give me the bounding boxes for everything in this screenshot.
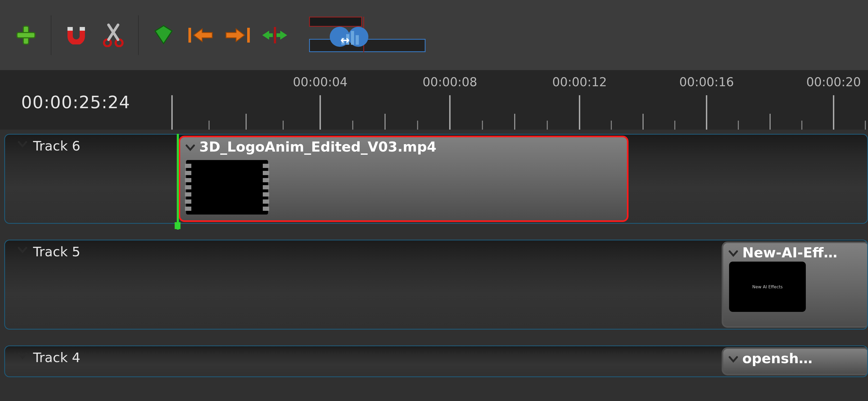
- clip-thumbnail-text: New AI Effects: [752, 285, 782, 289]
- toolbar-separator: [51, 15, 51, 55]
- track-name: Track 4: [33, 350, 81, 365]
- clip-dropdown[interactable]: [728, 356, 738, 363]
- arrow-left-to-bar-icon: [188, 27, 213, 44]
- magnet-icon: [64, 26, 88, 44]
- ruler-tick: [417, 121, 418, 130]
- add-track-button[interactable]: [7, 16, 44, 54]
- ruler-tick: [579, 95, 580, 130]
- ruler-tick: [209, 121, 210, 130]
- clip[interactable]: New-AI-Eff…New AI Effects: [722, 241, 868, 328]
- ruler-tick: [833, 95, 834, 130]
- ruler-tick: [514, 114, 515, 130]
- timeline-ruler[interactable]: 00:00:25:24 00:00:0400:00:0800:00:1200:0…: [0, 70, 868, 130]
- ruler-tick: [283, 121, 284, 130]
- svg-rect-1: [17, 33, 35, 38]
- playhead[interactable]: [177, 134, 179, 230]
- clip-dropdown[interactable]: [186, 144, 195, 151]
- clip-thumbnail: New AI Effects: [729, 262, 806, 312]
- clip-title: opensh…: [742, 350, 812, 366]
- timeline-zoom-overview[interactable]: ↔: [309, 16, 426, 54]
- center-arrows-icon: [260, 26, 289, 44]
- snapping-button[interactable]: [58, 16, 95, 54]
- scissors-icon: [103, 23, 124, 47]
- next-marker-button[interactable]: [219, 16, 256, 54]
- razor-button[interactable]: [95, 16, 132, 54]
- clip-thumbnail: [186, 160, 268, 214]
- ruler-tick: [770, 114, 771, 130]
- overview-region-top: [309, 16, 362, 27]
- ruler-tick: [482, 121, 483, 130]
- toolbar-separator: [138, 15, 139, 55]
- marker-icon: [154, 25, 173, 46]
- chevron-down-icon: [18, 353, 27, 360]
- clip-title: New-AI-Eff…: [742, 245, 837, 261]
- playhead-handle[interactable]: [175, 222, 181, 229]
- ruler-tick: [352, 121, 353, 130]
- ruler-tick: [450, 95, 451, 130]
- ruler-label: 00:00:16: [679, 75, 734, 89]
- timeline-toolbar: ↔: [0, 0, 868, 70]
- ruler-tick: [384, 114, 385, 130]
- clip[interactable]: 3D_LogoAnim_Edited_V03.mp4: [179, 136, 628, 222]
- chevron-down-icon: [728, 356, 738, 363]
- track-dropdown[interactable]: [18, 141, 27, 148]
- track-header[interactable]: Track 4: [5, 346, 175, 376]
- ruler-tick: [643, 114, 644, 130]
- ruler-tick: [246, 114, 247, 130]
- clip-title: 3D_LogoAnim_Edited_V03.mp4: [199, 139, 436, 155]
- ruler-tick: [611, 121, 612, 130]
- svg-rect-7: [247, 28, 250, 42]
- center-playhead-button[interactable]: [256, 16, 293, 54]
- track-name: Track 6: [33, 138, 81, 154]
- ruler-tick: [801, 121, 802, 130]
- chevron-down-icon: [18, 141, 27, 148]
- svg-rect-2: [67, 27, 73, 31]
- ruler-tick: [547, 121, 548, 130]
- track-header[interactable]: Track 6: [5, 135, 175, 223]
- ruler-label: 00:00:12: [552, 75, 607, 89]
- plus-icon: [16, 25, 36, 46]
- zoom-slider-handle[interactable]: ↔: [330, 27, 377, 47]
- ruler-tick: [172, 95, 173, 130]
- clip-dropdown[interactable]: [728, 250, 738, 257]
- ruler-tick: [865, 121, 866, 130]
- chevron-down-icon: [186, 144, 195, 151]
- add-marker-button[interactable]: [145, 16, 182, 54]
- track[interactable]: Track 5New-AI-Eff…New AI Effects: [4, 240, 868, 330]
- chevron-down-icon: [728, 250, 738, 257]
- chevron-down-icon: [18, 247, 27, 254]
- track-header[interactable]: Track 5: [5, 240, 175, 329]
- ruler-label: 00:00:08: [423, 75, 477, 89]
- ruler-tick: [320, 95, 321, 130]
- svg-rect-6: [188, 28, 191, 42]
- arrow-right-to-bar-icon: [225, 27, 250, 44]
- track[interactable]: Track 63D_LogoAnim_Edited_V03.mp4: [4, 134, 868, 224]
- ruler-tick: [738, 121, 739, 130]
- ruler-tick: [674, 121, 675, 130]
- track-dropdown[interactable]: [18, 353, 27, 360]
- svg-rect-3: [80, 27, 85, 31]
- track-dropdown[interactable]: [18, 247, 27, 254]
- ruler-label: 00:00:04: [293, 75, 348, 89]
- svg-rect-8: [274, 27, 276, 43]
- resize-horizontal-icon: ↔: [340, 34, 349, 46]
- timeline-tracks: Track 63D_LogoAnim_Edited_V03.mp4Track 5…: [4, 134, 868, 377]
- ruler-label: 00:00:20: [806, 75, 861, 89]
- track[interactable]: Track 4opensh…: [4, 345, 868, 377]
- current-timecode: 00:00:25:24: [21, 93, 130, 112]
- ruler-tick: [706, 95, 707, 130]
- previous-marker-button[interactable]: [182, 16, 219, 54]
- track-name: Track 5: [33, 244, 81, 260]
- clip[interactable]: opensh…: [722, 347, 868, 375]
